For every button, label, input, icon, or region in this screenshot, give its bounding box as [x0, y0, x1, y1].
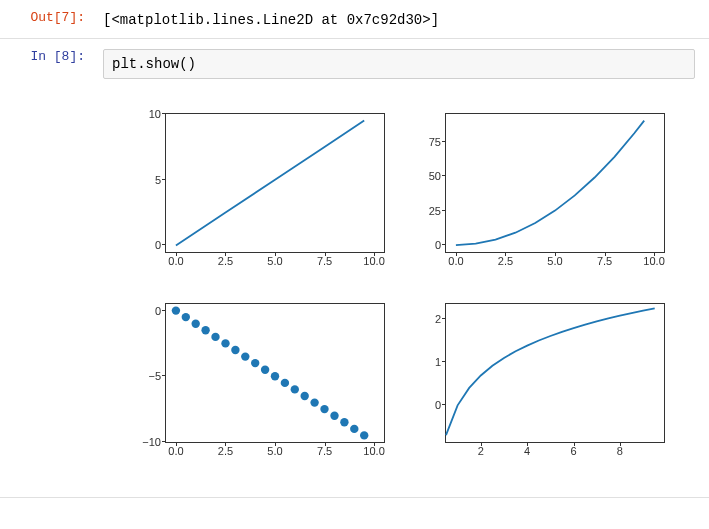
y-tick-label: 5 [155, 174, 166, 186]
scatter-point [271, 372, 279, 380]
scatter-point [182, 313, 190, 321]
x-tick-label: 2 [478, 442, 484, 457]
code-input[interactable]: plt.show() [103, 49, 695, 79]
input-prompt: In [8]: [0, 45, 95, 83]
scatter-point [301, 392, 309, 400]
y-tick-label: 0 [155, 239, 166, 251]
line-series [456, 121, 644, 246]
scatter-point [251, 359, 259, 367]
x-tick-label: 2.5 [218, 442, 233, 457]
y-tick-label: 2 [435, 313, 446, 325]
x-tick-label: 2.5 [218, 252, 233, 267]
x-tick-label: 5.0 [547, 252, 562, 267]
scatter-point [231, 346, 239, 354]
x-tick-label: 7.5 [597, 252, 612, 267]
x-tick-label: 7.5 [317, 442, 332, 457]
x-tick-label: 0.0 [168, 442, 183, 457]
x-tick-label: 6 [570, 442, 576, 457]
display-prompt-spacer [0, 95, 95, 491]
scatter-point [172, 306, 180, 314]
y-tick-label: 50 [429, 170, 446, 182]
subplot-top-right: 0.02.55.07.510.00255075 [445, 113, 665, 253]
input-body: plt.show() [95, 45, 709, 83]
scatter-point [330, 412, 338, 420]
y-tick-label: 75 [429, 136, 446, 148]
subplot-top-left: 0.02.55.07.510.00510 [165, 113, 385, 253]
scatter-point [281, 379, 289, 387]
x-tick-label: 10.0 [363, 252, 384, 267]
output-cell-7: Out[7]: [<matplotlib.lines.Line2D at 0x7… [0, 0, 709, 39]
x-tick-label: 10.0 [643, 252, 664, 267]
scatter-point [320, 405, 328, 413]
x-tick-label: 0.0 [168, 252, 183, 267]
input-cell-8: In [8]: plt.show() [0, 39, 709, 89]
y-tick-label: 0 [435, 399, 446, 411]
x-tick-label: 5.0 [267, 442, 282, 457]
scatter-point [350, 425, 358, 433]
scatter-point [340, 418, 348, 426]
y-tick-label: −10 [142, 436, 166, 448]
display-cell: 0.02.55.07.510.00510 0.02.55.07.510.0025… [0, 89, 709, 498]
x-tick-label: 5.0 [267, 252, 282, 267]
plot-canvas [446, 304, 664, 442]
scatter-point [221, 339, 229, 347]
subplot-bottom-right: 2468012 [445, 303, 665, 443]
scatter-point [261, 366, 269, 374]
x-tick-label: 4 [524, 442, 530, 457]
scatter-point [241, 352, 249, 360]
scatter-point [360, 431, 368, 439]
scatter-point [211, 333, 219, 341]
x-tick-label: 10.0 [363, 442, 384, 457]
scatter-point [291, 385, 299, 393]
scatter-point [201, 326, 209, 334]
output-prompt: Out[7]: [0, 6, 95, 32]
x-tick-label: 8 [617, 442, 623, 457]
subplot-bottom-left: 0.02.55.07.510.0−10−50 [165, 303, 385, 443]
scatter-point [310, 398, 318, 406]
output-text: [<matplotlib.lines.Line2D at 0x7c92d30>] [103, 10, 701, 28]
output-body: [<matplotlib.lines.Line2D at 0x7c92d30>] [95, 6, 709, 32]
line-series [176, 121, 364, 246]
x-tick-label: 7.5 [317, 252, 332, 267]
plot-canvas [166, 304, 384, 442]
subplot-grid: 0.02.55.07.510.00510 0.02.55.07.510.0025… [120, 103, 680, 483]
scatter-point [192, 320, 200, 328]
line-series [446, 308, 655, 435]
x-tick-label: 0.0 [448, 252, 463, 267]
plot-canvas [166, 114, 384, 252]
plot-canvas [446, 114, 664, 252]
y-tick-label: 0 [435, 239, 446, 251]
y-tick-label: 0 [155, 305, 166, 317]
y-tick-label: 25 [429, 205, 446, 217]
x-tick-label: 2.5 [498, 252, 513, 267]
y-tick-label: 10 [149, 108, 166, 120]
y-tick-label: −5 [148, 370, 166, 382]
figure-output: 0.02.55.07.510.00510 0.02.55.07.510.0025… [95, 95, 709, 491]
y-tick-label: 1 [435, 356, 446, 368]
